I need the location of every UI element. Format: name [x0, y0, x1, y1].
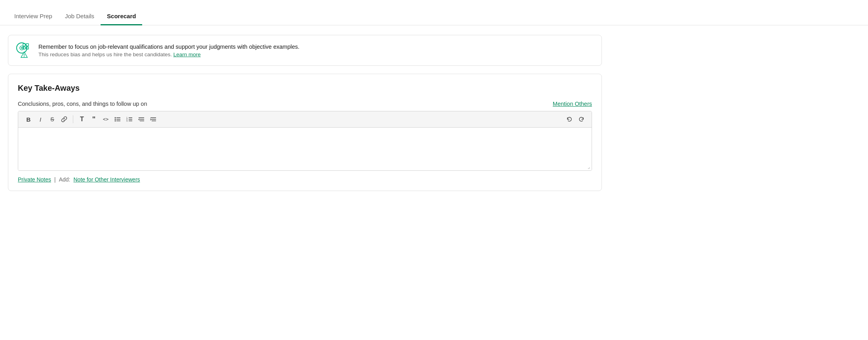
svg-rect-5	[26, 47, 29, 49]
italic-button[interactable]: I	[35, 114, 46, 125]
svg-point-9	[115, 119, 116, 120]
svg-rect-4	[23, 47, 25, 49]
editor-toolbar: B I S T " <>	[18, 111, 592, 128]
tab-job-details[interactable]: Job Details	[59, 8, 101, 25]
ordered-list-button[interactable]: 1. 2. 3.	[124, 114, 135, 125]
heading-button[interactable]: T	[76, 114, 88, 125]
code-button[interactable]: <>	[100, 114, 111, 125]
triangle-icon	[20, 51, 28, 58]
main-content: Remember to focus on job-relevant qualif…	[0, 25, 610, 201]
banner-sub-text-content: This reduces bias and helps us hire the …	[38, 52, 172, 57]
card-title: Key Take-Aways	[18, 84, 592, 93]
ordered-list-icon: 1. 2. 3.	[126, 117, 133, 122]
bias-icon-cluster	[16, 42, 32, 58]
tab-bar: Interview Prep Job Details Scorecard	[0, 0, 868, 25]
tab-scorecard[interactable]: Scorecard	[101, 8, 142, 25]
undo-icon	[566, 116, 573, 122]
note-for-interviewers-link[interactable]: Note for Other Interviewers	[74, 176, 140, 183]
mention-others-link[interactable]: Mention Others	[553, 101, 592, 107]
link-separator: |	[54, 176, 56, 183]
indent-increase-icon	[150, 117, 156, 122]
add-label: Add:	[59, 176, 70, 183]
toolbar-divider-1	[73, 115, 73, 123]
editor-content-area[interactable]	[18, 128, 592, 163]
banner-sub-text: This reduces bias and helps us hire the …	[38, 52, 594, 57]
indent-decrease-button[interactable]	[136, 114, 147, 125]
svg-rect-3	[26, 44, 29, 46]
bullet-list-button[interactable]	[112, 114, 123, 125]
undo-redo-group	[564, 114, 587, 125]
tab-interview-prep[interactable]: Interview Prep	[8, 8, 59, 25]
bold-button[interactable]: B	[23, 114, 34, 125]
section-label-row: Conclusions, pros, cons, and things to f…	[18, 101, 592, 107]
bullet-list-icon	[114, 117, 121, 122]
quote-button[interactable]: "	[88, 114, 99, 125]
link-icon	[61, 116, 67, 122]
private-notes-link[interactable]: Private Notes	[18, 176, 51, 183]
rich-text-editor[interactable]: B I S T " <>	[18, 111, 592, 171]
svg-point-10	[115, 120, 116, 122]
learn-more-link[interactable]: Learn more	[173, 52, 201, 57]
svg-text:3.: 3.	[126, 120, 128, 122]
bottom-links: Private Notes | Add: Note for Other Inte…	[18, 176, 592, 183]
indent-decrease-icon	[138, 117, 145, 122]
banner-text: Remember to focus on job-relevant qualif…	[38, 44, 594, 57]
info-banner: Remember to focus on job-relevant qualif…	[8, 35, 602, 66]
svg-rect-2	[23, 44, 25, 46]
svg-point-7	[24, 56, 25, 57]
editor-resize-handle: ⌟	[18, 163, 592, 170]
grid-icon	[23, 43, 29, 50]
svg-point-8	[115, 117, 116, 118]
redo-button[interactable]	[576, 114, 587, 125]
key-takeaways-card: Key Take-Aways Conclusions, pros, cons, …	[8, 74, 602, 191]
section-label: Conclusions, pros, cons, and things to f…	[18, 101, 147, 107]
link-button[interactable]	[59, 114, 70, 125]
undo-button[interactable]	[564, 114, 575, 125]
redo-icon	[578, 116, 584, 122]
banner-main-text: Remember to focus on job-relevant qualif…	[38, 44, 594, 50]
strikethrough-button[interactable]: S	[47, 114, 58, 125]
resize-icon: ⌟	[588, 164, 590, 170]
strike-label: S	[50, 116, 54, 122]
indent-increase-button[interactable]	[148, 114, 159, 125]
